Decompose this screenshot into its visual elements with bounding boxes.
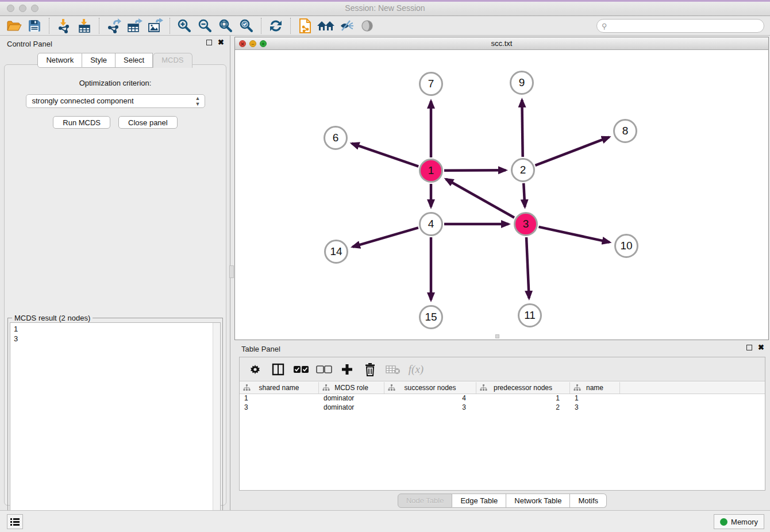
tab-network-table[interactable]: Network Table <box>506 494 570 508</box>
status-bar: Memory <box>0 510 770 532</box>
select-all-checkboxes-icon[interactable] <box>292 361 310 378</box>
edge-1-2[interactable] <box>444 170 506 171</box>
cell-predecessor-nodes[interactable]: 2 <box>476 403 570 413</box>
application-window: Session: New Session <box>0 0 770 532</box>
float-table-panel-icon[interactable] <box>746 345 752 350</box>
export-table-icon[interactable] <box>124 17 145 34</box>
zoom-fit-icon[interactable] <box>215 17 236 34</box>
column-header-shared-name[interactable]: shared name <box>240 382 319 394</box>
edge-2-3[interactable] <box>523 183 525 207</box>
close-panel-icon[interactable]: ✖ <box>218 40 224 45</box>
delete-table-icon[interactable] <box>384 361 402 378</box>
deselect-all-checkboxes-icon[interactable] <box>315 361 333 378</box>
add-icon[interactable] <box>338 361 356 378</box>
hierarchy-icon <box>243 384 251 391</box>
search-input[interactable] <box>607 20 764 32</box>
save-session-icon[interactable] <box>24 17 45 34</box>
cell-predecessor-nodes[interactable]: 1 <box>476 394 570 403</box>
task-history-button[interactable] <box>7 514 23 529</box>
close-table-panel-icon[interactable]: ✖ <box>758 345 764 350</box>
node-table[interactable]: shared nameMCDS rolesuccessor nodesprede… <box>240 382 765 490</box>
column-header-name[interactable]: name <box>570 382 620 394</box>
zoom-out-icon[interactable] <box>195 17 215 34</box>
close-panel-button[interactable]: Close panel <box>118 116 178 129</box>
memory-button[interactable]: Memory <box>714 514 764 529</box>
table-row[interactable]: 3dominator323 <box>240 403 765 413</box>
gear-icon[interactable] <box>247 361 264 378</box>
new-network-from-selection-icon[interactable] <box>295 17 315 34</box>
graph-node-11[interactable]: 11 <box>518 303 542 327</box>
hide-selected-icon[interactable] <box>336 17 357 34</box>
column-header-predecessor-nodes[interactable]: predecessor nodes <box>476 382 570 394</box>
cell-MCDS-role[interactable]: dominator <box>319 394 384 403</box>
memory-status-icon <box>720 518 727 526</box>
edge-3-11[interactable] <box>526 237 529 298</box>
cell-MCDS-role[interactable]: dominator <box>319 403 384 413</box>
optimization-criterion-value: strongly connected component <box>32 97 134 105</box>
search-field[interactable]: ⚲ <box>596 19 764 33</box>
search-icon: ⚲ <box>602 22 607 30</box>
edge-2-8[interactable] <box>535 137 609 165</box>
zoom-in-icon[interactable] <box>174 17 195 34</box>
mcds-result-area[interactable]: 1 3 <box>10 322 221 529</box>
edge-3-1[interactable] <box>446 179 514 218</box>
mcds-result-scrollbar[interactable] <box>213 323 220 529</box>
mcds-result-text: 1 3 <box>14 324 211 344</box>
table-row[interactable]: 1dominator411 <box>240 394 765 403</box>
import-table-icon[interactable] <box>74 17 95 34</box>
import-network-icon[interactable] <box>53 17 74 34</box>
tab-node-table[interactable]: Node Table <box>398 494 453 508</box>
cell-name[interactable]: 1 <box>570 394 620 403</box>
graph-node-10[interactable]: 10 <box>614 234 638 258</box>
cell-successor-nodes[interactable]: 3 <box>384 403 476 413</box>
apply-layout-icon[interactable] <box>265 17 286 34</box>
graph-node-1[interactable]: 1 <box>419 159 443 183</box>
edge-1-6[interactable] <box>352 144 418 167</box>
select-stepper-icon: ▲▼ <box>195 95 201 107</box>
cell-successor-nodes[interactable]: 4 <box>384 394 476 403</box>
run-mcds-button[interactable]: Run MCDS <box>53 116 110 129</box>
first-neighbors-icon[interactable] <box>315 17 336 34</box>
column-header-MCDS-role[interactable]: MCDS role <box>319 382 384 394</box>
graph-node-15[interactable]: 15 <box>419 305 443 329</box>
tab-network[interactable]: Network <box>37 53 82 68</box>
frame-resize-grip[interactable] <box>495 334 499 338</box>
tab-mcds[interactable]: MCDS <box>153 53 192 68</box>
columns-icon[interactable] <box>270 361 287 378</box>
network-canvas[interactable]: 7968124314101511 <box>235 50 768 340</box>
show-all-icon[interactable] <box>357 17 378 34</box>
tab-select[interactable]: Select <box>116 53 153 68</box>
graph-node-7[interactable]: 7 <box>419 72 443 96</box>
graph-node-3[interactable]: 3 <box>514 212 538 236</box>
export-image-icon[interactable] <box>145 17 165 34</box>
graph-node-14[interactable]: 14 <box>324 240 348 264</box>
edge-3-10[interactable] <box>538 227 609 242</box>
graph-node-8[interactable]: 8 <box>613 119 637 143</box>
function-builder-icon[interactable]: f(x) <box>407 361 425 378</box>
tab-style[interactable]: Style <box>82 53 116 68</box>
network-view-window: ✕ − + scc.txt 7968124314101511 <box>234 37 769 340</box>
graph-node-4[interactable]: 4 <box>419 212 443 236</box>
column-header-successor-nodes[interactable]: successor nodes <box>384 382 476 394</box>
cell-shared-name[interactable]: 3 <box>240 403 319 413</box>
network-window-titlebar[interactable]: ✕ − + scc.txt <box>235 37 768 50</box>
cell-name[interactable]: 3 <box>570 403 620 413</box>
graph-node-2[interactable]: 2 <box>511 158 535 182</box>
export-network-icon[interactable] <box>103 17 124 34</box>
memory-label: Memory <box>731 518 758 526</box>
edge-2-9[interactable] <box>522 100 522 157</box>
optimization-criterion-select[interactable]: strongly connected component ▲▼ <box>26 94 205 108</box>
open-session-icon[interactable] <box>3 17 24 34</box>
zoom-selected-icon[interactable] <box>236 17 257 34</box>
tab-motifs[interactable]: Motifs <box>570 494 607 508</box>
graph-node-9[interactable]: 9 <box>510 71 534 95</box>
float-panel-icon[interactable] <box>206 40 212 45</box>
edge-4-14[interactable] <box>353 228 418 246</box>
mcds-result-legend: MCDS result (2 nodes) <box>12 314 93 322</box>
panel-splitter-handle[interactable] <box>229 265 234 278</box>
optimization-criterion-label: Optimization criterion: <box>5 79 226 87</box>
cell-shared-name[interactable]: 1 <box>240 394 319 403</box>
delete-icon[interactable] <box>361 361 379 378</box>
graph-node-6[interactable]: 6 <box>324 126 348 150</box>
tab-edge-table[interactable]: Edge Table <box>452 494 506 508</box>
